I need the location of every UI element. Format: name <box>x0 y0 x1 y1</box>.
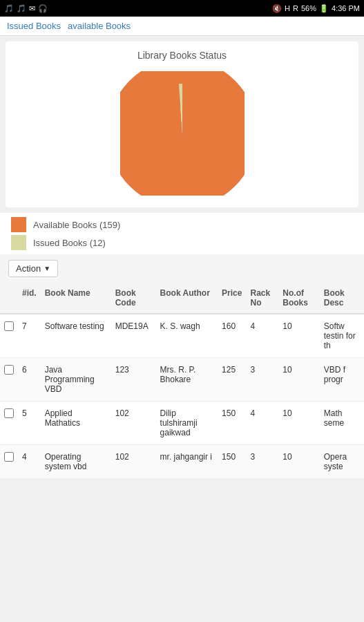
status-bar-left: 🎵 🎵 ✉ 🎧 <box>4 4 48 13</box>
row-rack-no: 3 <box>246 358 278 402</box>
issued-books-link[interactable]: Issued Books <box>7 21 61 31</box>
time: 4:36 PM <box>332 4 360 12</box>
music-icon: 🎵 <box>4 4 14 13</box>
row-book-code: 102 <box>111 402 156 445</box>
th-price: Price <box>218 283 246 314</box>
chart-title: Library Books Status <box>14 50 350 61</box>
caret-icon: ▼ <box>44 265 50 272</box>
row-price: 150 <box>218 445 246 479</box>
th-book-desc: Book Desc <box>320 283 364 314</box>
row-id: 4 <box>18 445 41 479</box>
battery-icon: 🔋 <box>319 4 329 13</box>
row-book-author: Mrs. R. P. Bhokare <box>156 358 218 402</box>
row-checkbox[interactable] <box>4 408 14 418</box>
issued-color-box <box>11 235 26 250</box>
available-books-link[interactable]: available Books <box>68 21 131 31</box>
row-book-desc: Softw testin for th <box>320 314 364 358</box>
table-body: 7 Software testing MDE19A K. S. wagh 160… <box>0 314 364 479</box>
row-book-code: 102 <box>111 445 156 479</box>
row-book-desc: Opera syste <box>320 445 364 479</box>
no-signal-icon: 🔇 <box>272 4 282 13</box>
signal-bars-icon: H <box>285 4 290 12</box>
action-bar: Action ▼ <box>0 254 364 283</box>
books-table-wrapper: #id. Book Name Book Code Book Author Pri… <box>0 283 364 479</box>
th-book-author: Book Author <box>156 283 218 314</box>
row-rack-no: 4 <box>246 314 278 358</box>
headphone-icon: 🎧 <box>38 4 48 13</box>
music2-icon: 🎵 <box>17 4 26 13</box>
row-checkbox[interactable] <box>4 321 14 331</box>
row-price: 125 <box>218 358 246 402</box>
table-row: 5 Applied Mathatics 102 Dilip tulshiramj… <box>0 402 364 445</box>
th-checkbox <box>0 283 18 314</box>
row-checkbox[interactable] <box>4 365 14 375</box>
row-checkbox-cell[interactable] <box>0 314 18 358</box>
row-id: 7 <box>18 314 41 358</box>
row-checkbox-cell[interactable] <box>0 358 18 402</box>
row-book-author: Dilip tulshiramji gaikwad <box>156 402 218 445</box>
row-no-of-books: 10 <box>278 445 319 479</box>
books-table: #id. Book Name Book Code Book Author Pri… <box>0 283 364 479</box>
row-no-of-books: 10 <box>278 314 319 358</box>
table-row: 7 Software testing MDE19A K. S. wagh 160… <box>0 314 364 358</box>
chart-section: Library Books Status <box>6 41 358 207</box>
th-id: #id. <box>18 283 41 314</box>
row-id: 5 <box>18 402 41 445</box>
row-checkbox[interactable] <box>4 452 14 462</box>
issued-label: Issued Books (12) <box>33 238 106 248</box>
th-rack-no: Rack No <box>246 283 278 314</box>
status-bar-right: 🔇 H R 56% 🔋 4:36 PM <box>272 4 360 13</box>
status-bar: 🎵 🎵 ✉ 🎧 🔇 H R 56% 🔋 4:36 PM <box>0 0 364 17</box>
row-book-name: Java Programming VBD <box>41 358 111 402</box>
row-rack-no: 3 <box>246 445 278 479</box>
row-rack-no: 4 <box>246 402 278 445</box>
row-price: 160 <box>218 314 246 358</box>
row-book-code: 123 <box>111 358 156 402</box>
row-book-desc: Math seme <box>320 402 364 445</box>
row-book-name: Software testing <box>41 314 111 358</box>
mail-icon: ✉ <box>29 4 35 13</box>
row-book-desc: VBD f progr <box>320 358 364 402</box>
chart-container <box>14 68 350 199</box>
table-header-row: #id. Book Name Book Code Book Author Pri… <box>0 283 364 314</box>
th-book-code: Book Code <box>111 283 156 314</box>
pie-chart <box>120 71 245 196</box>
th-no-of-books: No.of Books <box>278 283 319 314</box>
battery-text: 56% <box>301 4 316 12</box>
row-book-name: Applied Mathatics <box>41 402 111 445</box>
row-no-of-books: 10 <box>278 402 319 445</box>
legend-available: Available Books (159) <box>11 217 353 232</box>
row-price: 150 <box>218 402 246 445</box>
th-book-name: Book Name <box>41 283 111 314</box>
table-row: 6 Java Programming VBD 123 Mrs. R. P. Bh… <box>0 358 364 402</box>
row-book-code: MDE19A <box>111 314 156 358</box>
legend-issued: Issued Books (12) <box>11 235 353 250</box>
available-label: Available Books (159) <box>33 220 120 230</box>
row-no-of-books: 10 <box>278 358 319 402</box>
nav-links: Issued Books available Books <box>0 17 364 36</box>
action-button[interactable]: Action ▼ <box>8 260 58 277</box>
row-book-author: mr. jahgangir i <box>156 445 218 479</box>
action-button-label: Action <box>16 263 41 274</box>
row-id: 6 <box>18 358 41 402</box>
row-checkbox-cell[interactable] <box>0 445 18 479</box>
row-book-name: Operating system vbd <box>41 445 111 479</box>
available-color-box <box>11 217 26 232</box>
network-icon: R <box>293 4 298 12</box>
row-checkbox-cell[interactable] <box>0 402 18 445</box>
table-row: 4 Operating system vbd 102 mr. jahgangir… <box>0 445 364 479</box>
legend: Available Books (159) Issued Books (12) <box>0 213 364 254</box>
row-book-author: K. S. wagh <box>156 314 218 358</box>
